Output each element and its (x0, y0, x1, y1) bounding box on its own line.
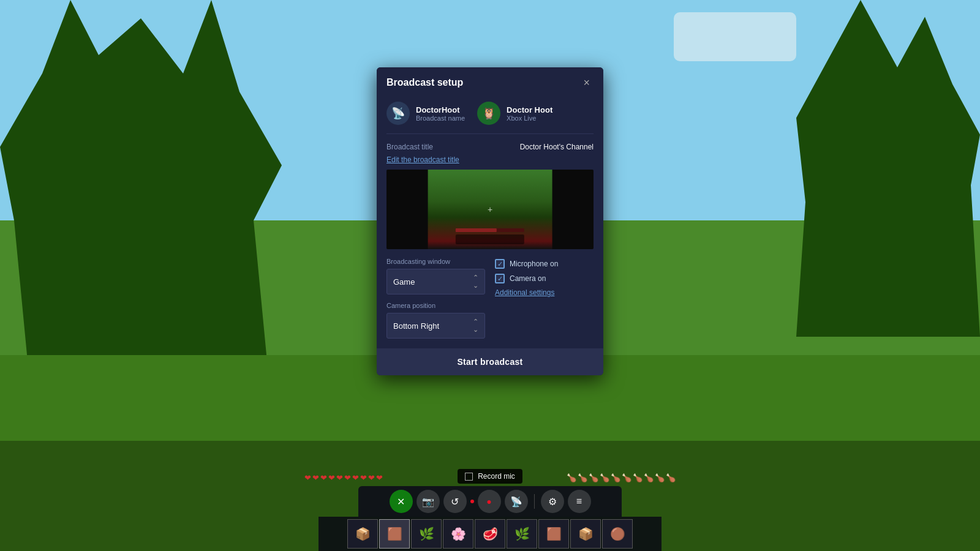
camera-icon: 📷 (422, 496, 434, 508)
crosshair-icon: + (488, 204, 492, 214)
left-column: Broadcasting window Game ⌃⌄ Camera posit… (386, 258, 485, 339)
dialog-title: Broadcast setup (386, 77, 463, 88)
broadcast-title-row: Broadcast title Doctor Hoot's Channel (386, 134, 594, 154)
broadcasting-window-label: Broadcasting window (386, 258, 485, 265)
inv-slot-3[interactable]: 🌿 (411, 519, 442, 549)
settings-two-col: Broadcasting window Game ⌃⌄ Camera posit… (386, 258, 594, 346)
xbox-username: Doctor Hoot (507, 105, 552, 114)
rewind-icon: ↺ (451, 496, 459, 508)
broadcast-user-info: DoctorHoot Broadcast name (416, 105, 465, 122)
broadcast-icon-bar: 📡 (510, 496, 522, 508)
dialog-body: 📡 DoctorHoot Broadcast name 🦉 Doctor Hoo… (377, 96, 603, 346)
camera-label: Camera on (510, 274, 546, 283)
camera-checkbox[interactable] (495, 274, 505, 283)
game-bar-main: ✕ 📷 ↺ ● 📡 ⚙ ≡ (358, 486, 622, 517)
inv-slot-7[interactable]: 🟫 (538, 519, 569, 549)
dialog-header: Broadcast setup × (377, 67, 603, 96)
close-button[interactable]: × (579, 76, 594, 89)
record-button[interactable]: ● (478, 490, 501, 513)
dialog-overlay: Broadcast setup × 📡 DoctorHoot Broadcast… (0, 0, 980, 551)
xbox-user-icon: 🦉 (482, 107, 496, 120)
broadcasting-window-select[interactable]: Game ⌃⌄ (386, 269, 485, 294)
broadcast-icon: 📡 (391, 107, 405, 120)
preview-hud (456, 234, 524, 244)
broadcast-username: DoctorHoot (416, 105, 465, 114)
broadcast-avatar: 📡 (386, 102, 410, 125)
additional-settings-link[interactable]: Additional settings (495, 288, 594, 297)
preview-health-fill (456, 228, 497, 232)
broadcast-setup-dialog: Broadcast setup × 📡 DoctorHoot Broadcast… (377, 67, 603, 375)
rewind-button[interactable]: ↺ (443, 490, 467, 513)
menu-button[interactable]: ≡ (568, 490, 591, 513)
settings-button[interactable]: ⚙ (541, 490, 564, 513)
user-row: 📡 DoctorHoot Broadcast name 🦉 Doctor Hoo… (386, 96, 594, 134)
record-mic-label: Record mic (478, 472, 515, 481)
record-dot (470, 500, 474, 503)
microphone-checkbox-row[interactable]: Microphone on (495, 259, 594, 269)
xbox-avatar: 🦉 (477, 102, 500, 125)
xbox-button[interactable]: ✕ (390, 490, 413, 513)
xbox-account-item: 🦉 Doctor Hoot Xbox Live (477, 102, 552, 125)
game-preview: + (386, 170, 594, 249)
camera-position-select[interactable]: Bottom Right ⌃⌄ (386, 313, 485, 339)
broadcast-button[interactable]: 📡 (505, 490, 528, 513)
edit-broadcast-title-link[interactable]: Edit the broadcast title (386, 156, 459, 164)
broadcast-title-value: Doctor Hoot's Channel (520, 143, 594, 151)
xbox-icon: ✕ (397, 496, 405, 508)
broadcasting-window-value: Game (393, 277, 415, 287)
camera-position-label: Camera position (386, 302, 485, 309)
record-mic-tooltip: Record mic (458, 469, 522, 484)
broadcast-username-sub: Broadcast name (416, 114, 465, 122)
broadcast-title-label: Broadcast title (386, 143, 433, 151)
screenshot-button[interactable]: 📷 (417, 490, 440, 513)
xbox-username-sub: Xbox Live (507, 114, 552, 122)
camera-position-value: Bottom Right (393, 321, 439, 331)
inv-slot-9[interactable]: 🟤 (602, 519, 633, 549)
broadcast-account-item: 📡 DoctorHoot Broadcast name (386, 102, 465, 125)
microphone-label: Microphone on (510, 260, 558, 268)
inv-slot-1[interactable]: 📦 (347, 519, 378, 549)
inv-slot-8[interactable]: 📦 (570, 519, 601, 549)
game-bar: Record mic ✕ 📷 ↺ ● 📡 ⚙ ≡ 📦 🟫 🌿 🌸 (0, 469, 980, 551)
start-broadcast-button[interactable]: Start broadcast (377, 348, 603, 375)
microphone-checkbox[interactable] (495, 259, 505, 269)
inv-slot-2[interactable]: 🟫 (379, 519, 410, 549)
select-arrow-icon: ⌃⌄ (473, 274, 478, 290)
inventory-bar: 📦 🟫 🌿 🌸 🥩 🌿 🟫 📦 🟤 (318, 517, 662, 551)
select-arrow-icon-2: ⌃⌄ (473, 318, 478, 334)
record-mic-checkbox[interactable] (465, 473, 473, 481)
inv-slot-5[interactable]: 🥩 (475, 519, 505, 549)
menu-icon: ≡ (576, 496, 582, 507)
right-column: Microphone on Camera on Additional setti… (495, 258, 594, 297)
gear-icon: ⚙ (548, 496, 557, 508)
preview-health-bar (456, 228, 524, 232)
inv-slot-6[interactable]: 🌿 (507, 519, 537, 549)
preview-game-scene: + (428, 170, 552, 249)
xbox-user-info: Doctor Hoot Xbox Live (507, 105, 552, 122)
separator (534, 494, 535, 509)
record-icon: ● (486, 497, 491, 506)
inv-slot-4[interactable]: 🌸 (443, 519, 473, 549)
camera-checkbox-row[interactable]: Camera on (495, 274, 594, 283)
